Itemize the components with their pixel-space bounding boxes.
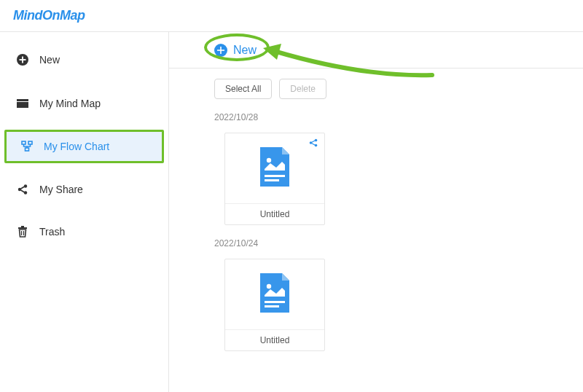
document-icon	[257, 146, 292, 191]
plus-icon	[214, 44, 227, 57]
file-preview-area	[225, 133, 324, 203]
svg-rect-7	[26, 148, 29, 151]
svg-rect-28	[265, 301, 285, 303]
svg-rect-29	[265, 305, 279, 307]
sidebar-item-trash[interactable]: Trash	[0, 216, 168, 248]
share-icon	[16, 183, 29, 196]
brand-logo: MindOnMap	[13, 8, 85, 23]
app-header: MindOnMap	[0, 0, 583, 32]
svg-point-24	[267, 158, 271, 162]
svg-rect-3	[17, 99, 28, 101]
actions-row: Select All Delete	[169, 68, 583, 106]
file-preview-area	[225, 259, 324, 329]
svg-point-9	[24, 184, 27, 187]
file-title: Untitled	[225, 203, 324, 224]
svg-point-27	[267, 284, 271, 289]
sidebar: New My Mind Map My Flow Chart My Share	[0, 32, 169, 392]
group-date: 2022/10/28	[169, 106, 583, 125]
svg-rect-18	[217, 50, 224, 51]
svg-line-11	[21, 187, 25, 189]
svg-rect-4	[17, 102, 28, 108]
svg-rect-5	[22, 141, 26, 144]
sidebar-item-label: New	[39, 54, 60, 66]
sidebar-item-new[interactable]: New	[0, 44, 168, 76]
svg-line-22	[312, 141, 315, 142]
svg-line-12	[21, 190, 25, 192]
svg-rect-14	[21, 226, 24, 227]
svg-rect-13	[18, 227, 27, 229]
share-icon[interactable]	[308, 138, 318, 151]
flowchart-icon	[20, 140, 34, 153]
new-button-label: New	[233, 44, 257, 57]
file-card[interactable]: Untitled	[224, 259, 325, 351]
sidebar-item-mind-map[interactable]: My Mind Map	[0, 87, 168, 119]
sidebar-item-label: My Flow Chart	[44, 141, 109, 152]
svg-rect-26	[265, 179, 279, 181]
sidebar-item-my-share[interactable]: My Share	[0, 173, 168, 205]
svg-rect-25	[265, 175, 285, 177]
file-card[interactable]: Untitled	[224, 133, 325, 225]
file-title: Untitled	[225, 329, 324, 350]
plus-circle-icon	[16, 53, 29, 66]
sidebar-item-label: My Mind Map	[39, 98, 101, 109]
svg-point-20	[315, 139, 318, 142]
svg-rect-6	[28, 141, 32, 144]
trash-icon	[16, 225, 29, 238]
svg-rect-2	[20, 59, 26, 60]
select-all-button[interactable]: Select All	[214, 79, 272, 99]
group-date: 2022/10/24	[169, 232, 583, 251]
main-content: New Select All Delete 2022/10/28	[169, 32, 583, 392]
sidebar-item-label: Trash	[39, 226, 65, 238]
document-icon	[257, 272, 292, 317]
svg-line-23	[312, 144, 315, 145]
svg-point-21	[315, 144, 318, 147]
sidebar-item-flow-chart[interactable]: My Flow Chart	[4, 130, 164, 163]
delete-button[interactable]: Delete	[279, 79, 326, 99]
svg-point-10	[24, 191, 27, 194]
sidebar-item-label: My Share	[39, 184, 83, 195]
main-toolbar: New	[169, 32, 583, 68]
folder-icon	[16, 97, 29, 110]
new-button[interactable]: New	[214, 44, 257, 57]
